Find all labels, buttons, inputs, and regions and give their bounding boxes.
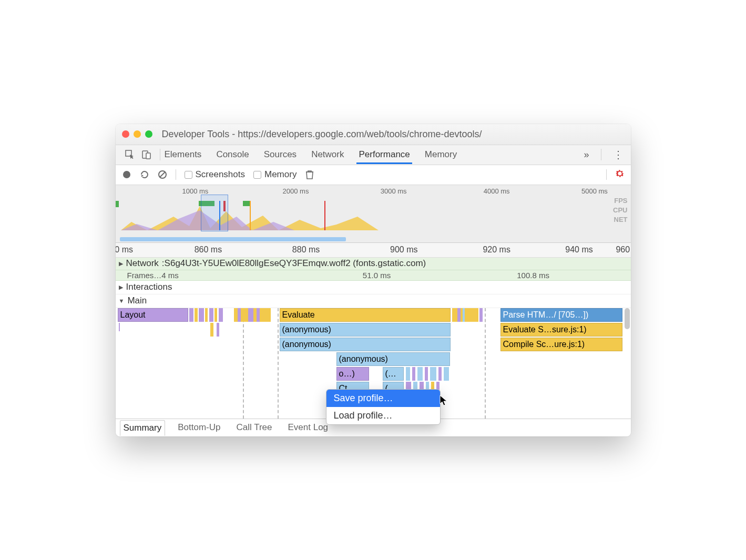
reload-icon[interactable] (140, 170, 149, 179)
collapse-triangle-icon[interactable]: ▼ (119, 298, 125, 304)
overview-net-lane (120, 237, 346, 241)
main-section-header[interactable]: ▼ Main (116, 294, 631, 308)
flame-block-paren[interactable]: (… (383, 367, 404, 381)
checkbox-icon (185, 171, 192, 179)
tab-network[interactable]: Network (310, 146, 345, 164)
main-label: Main (127, 296, 147, 306)
interactions-section-header[interactable]: ▶ Interactions (116, 281, 631, 294)
memory-label: Memory (264, 169, 297, 180)
divider (601, 149, 601, 160)
flame-block-evaluate[interactable]: Evaluate (280, 308, 451, 322)
tab-memory[interactable]: Memory (424, 146, 458, 164)
interactions-label: Interactions (126, 282, 172, 292)
tab-call-tree[interactable]: Call Tree (233, 420, 275, 435)
separator (176, 169, 176, 180)
flame-block-parse-html[interactable]: Parse HTM…/ [705…]) (500, 308, 622, 322)
close-window-button[interactable] (122, 130, 129, 138)
checkbox-icon (253, 171, 261, 179)
flame-block-layout[interactable]: Layout (118, 308, 188, 322)
divider (160, 149, 160, 160)
tab-console[interactable]: Console (215, 146, 250, 164)
window-title: Developer Tools - https://developers.goo… (162, 129, 625, 140)
tab-event-log[interactable]: Event Log (285, 420, 332, 435)
flame-block-o[interactable]: o…) (336, 367, 369, 381)
svg-rect-2 (146, 153, 150, 159)
tab-sources[interactable]: Sources (263, 146, 298, 164)
svg-point-3 (123, 171, 130, 178)
trash-icon[interactable] (305, 170, 314, 179)
record-icon[interactable] (122, 170, 131, 179)
kebab-menu-icon[interactable]: ⋮ (613, 149, 624, 160)
overflow-tabs-button[interactable]: » (584, 149, 589, 160)
context-menu: Save profile… Load profile… (326, 389, 441, 425)
vertical-scrollbar[interactable] (625, 308, 630, 329)
device-toolbar-icon[interactable] (142, 150, 151, 159)
tab-summary[interactable]: Summary (120, 420, 166, 436)
devtools-window: Developer Tools - https://developers.goo… (116, 124, 631, 436)
cursor-icon (440, 395, 449, 409)
expand-triangle-icon[interactable]: ▶ (119, 260, 123, 267)
context-menu-item-load-profile[interactable]: Load profile… (326, 407, 440, 424)
flame-block-anonymous-2[interactable]: (anonymous) (280, 338, 451, 351)
screenshots-label: Screenshots (196, 169, 246, 180)
range-marker (278, 308, 279, 419)
panel-tabs: Elements Console Sources Network Perform… (163, 146, 584, 164)
context-menu-item-save-profile[interactable]: Save profile… (326, 390, 440, 407)
svg-rect-7 (116, 201, 119, 207)
overview-lane-labels: FPS CPU NET (613, 197, 627, 223)
performance-toolbar: Screenshots Memory (116, 165, 631, 185)
screenshots-checkbox[interactable]: Screenshots (185, 169, 246, 180)
svg-line-5 (160, 172, 165, 177)
traffic-lights (122, 130, 152, 138)
flame-block-anonymous-3[interactable]: (anonymous) (336, 352, 450, 366)
frames-row: Frames…4 ms 51.0 ms 100.8 ms (116, 270, 631, 281)
tab-performance[interactable]: Performance (357, 146, 411, 164)
flame-block-evaluate-script[interactable]: Evaluate S…sure.js:1) (500, 323, 622, 337)
overview-graph (116, 201, 631, 230)
svg-rect-10 (243, 201, 250, 206)
zoom-window-button[interactable] (145, 130, 152, 138)
inspect-element-icon[interactable] (125, 150, 135, 159)
flamechart[interactable]: ▶ Network :S6g4U3t-Y5UEw0lE80llgEseQY3FE… (116, 258, 631, 419)
range-marker (243, 308, 244, 419)
range-marker (485, 308, 486, 419)
separator (606, 169, 607, 180)
timeline-overview[interactable]: 1000 ms 2000 ms 3000 ms 4000 ms 5000 ms … (116, 185, 631, 243)
network-label: Network (126, 258, 159, 269)
settings-gear-icon[interactable] (615, 169, 625, 180)
network-request-text: :S6g4U3t-Y5UEw0lE80llgEseQY3FEmqw.woff2 … (162, 258, 426, 269)
minimize-window-button[interactable] (134, 130, 141, 138)
clear-icon[interactable] (158, 170, 167, 179)
title-bar: Developer Tools - https://developers.goo… (116, 124, 631, 145)
overview-selection[interactable] (201, 195, 228, 231)
flame-block-compile-script[interactable]: Compile Sc…ure.js:1) (500, 338, 622, 351)
tab-elements[interactable]: Elements (163, 146, 203, 164)
tab-bottom-up[interactable]: Bottom-Up (175, 420, 223, 435)
panel-tab-strip: Elements Console Sources Network Perform… (116, 145, 631, 165)
memory-checkbox[interactable]: Memory (253, 169, 297, 180)
expand-triangle-icon[interactable]: ▶ (119, 284, 123, 291)
flame-block-anonymous[interactable]: (anonymous) (280, 323, 451, 337)
network-section-header[interactable]: ▶ Network :S6g4U3t-Y5UEw0lE80llgEseQY3FE… (116, 258, 631, 270)
flamechart-ruler[interactable]: 40 ms 860 ms 880 ms 900 ms 920 ms 940 ms… (116, 243, 631, 258)
